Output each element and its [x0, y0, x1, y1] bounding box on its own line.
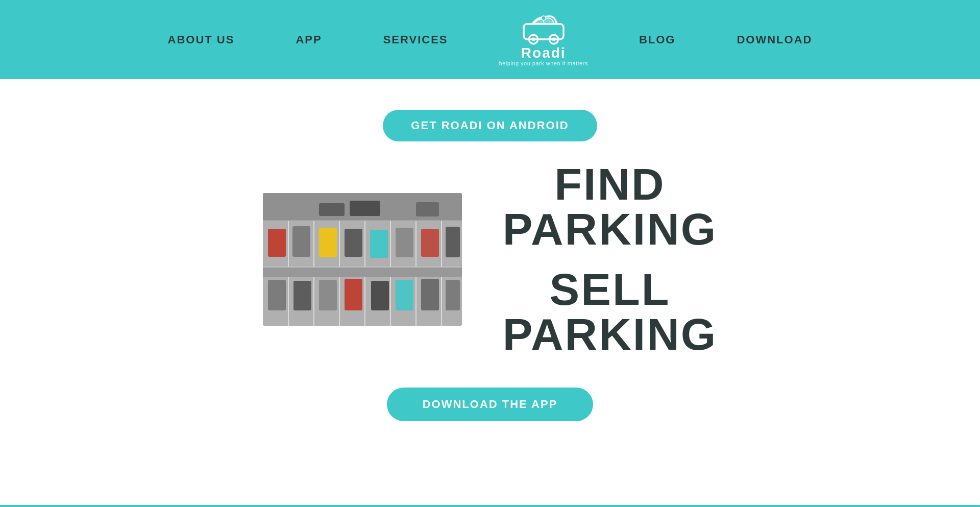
- svg-rect-32: [268, 229, 286, 257]
- nav-item-services[interactable]: SERVICES: [353, 33, 479, 46]
- logo-name: Roadi: [521, 45, 566, 61]
- logo[interactable]: Roadi helping you park when it matters: [479, 13, 608, 66]
- svg-rect-45: [396, 280, 413, 310]
- navigation: ABOUT US APP SERVICES Roadi h: [0, 0, 980, 79]
- svg-point-2: [531, 38, 535, 41]
- svg-rect-30: [350, 201, 380, 216]
- logo-subtext: helping you park when it matters: [499, 60, 588, 66]
- svg-rect-35: [345, 229, 362, 257]
- bottom-border-line: [0, 505, 980, 507]
- parking-lot-svg: [263, 193, 462, 326]
- download-app-button[interactable]: DOWNLOAD THE APP: [387, 388, 594, 421]
- svg-rect-40: [268, 280, 286, 310]
- middle-section: FIND PARKING SELL PARKING: [184, 162, 796, 357]
- hero-line-parking2: PARKING: [503, 312, 717, 357]
- svg-rect-18: [263, 267, 462, 277]
- hero-line-sell: SELL: [550, 267, 671, 312]
- svg-rect-39: [446, 227, 460, 257]
- svg-point-4: [552, 38, 555, 41]
- svg-rect-31: [416, 202, 439, 216]
- nav-links: ABOUT US APP SERVICES Roadi h: [0, 13, 980, 66]
- svg-rect-33: [292, 226, 310, 257]
- svg-rect-46: [421, 279, 439, 310]
- svg-rect-29: [319, 203, 345, 216]
- main-content: GET ROADI ON ANDROID: [0, 79, 980, 507]
- nav-item-about-us[interactable]: ABOUT US: [137, 33, 265, 46]
- svg-rect-37: [396, 228, 413, 257]
- svg-point-5: [541, 16, 546, 20]
- hero-line-find: FIND: [554, 162, 665, 207]
- nav-item-app[interactable]: APP: [265, 33, 352, 46]
- svg-rect-47: [446, 280, 460, 310]
- nav-item-download[interactable]: DOWNLOAD: [706, 33, 843, 46]
- svg-rect-38: [421, 229, 439, 257]
- svg-rect-43: [345, 279, 362, 310]
- svg-rect-36: [370, 230, 388, 258]
- svg-rect-34: [319, 228, 337, 257]
- hero-line-parking1: PARKING: [503, 207, 717, 252]
- svg-rect-42: [319, 280, 337, 310]
- svg-rect-41: [293, 281, 311, 310]
- logo-car-icon: [521, 13, 567, 46]
- hero-text: FIND PARKING SELL PARKING: [503, 162, 717, 357]
- svg-rect-44: [371, 281, 389, 310]
- nav-item-blog[interactable]: BLOG: [608, 33, 706, 46]
- parking-lot-image: [263, 193, 462, 326]
- android-button[interactable]: GET ROADI ON ANDROID: [383, 110, 597, 141]
